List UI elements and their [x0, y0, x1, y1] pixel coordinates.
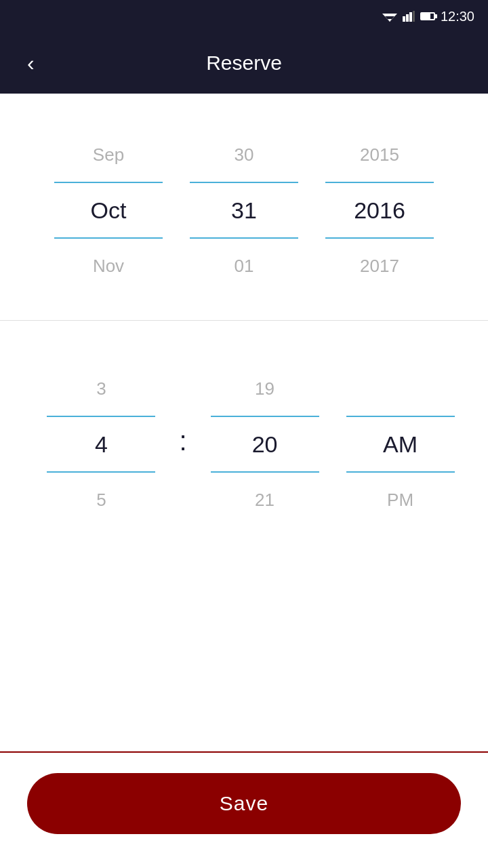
status-bar: 12:30: [0, 0, 488, 33]
active-hour[interactable]: 4: [26, 417, 176, 471]
active-month[interactable]: Oct: [41, 183, 176, 237]
prev-month[interactable]: Sep: [41, 127, 176, 182]
next-hour[interactable]: 5: [26, 473, 176, 527]
next-month[interactable]: Nov: [41, 239, 176, 293]
time-picker[interactable]: 3 4 5 : 19 20 21 AM PM: [0, 321, 488, 554]
date-picker-columns: Sep Oct Nov 30 31 01 2015 2016 2017: [41, 127, 447, 293]
svg-rect-5: [409, 12, 412, 22]
wifi-icon: [382, 11, 397, 22]
time-picker-columns: 3 4 5 : 19 20 21 AM PM: [26, 361, 461, 527]
status-time: 12:30: [441, 9, 474, 24]
date-picker[interactable]: Sep Oct Nov 30 31 01 2015 2016 2017: [0, 94, 488, 320]
prev-minute[interactable]: 19: [190, 361, 340, 416]
signal-icon: [403, 11, 415, 22]
next-year[interactable]: 2017: [312, 239, 447, 293]
back-button[interactable]: ‹: [20, 45, 41, 81]
prev-year[interactable]: 2015: [312, 127, 447, 182]
month-column[interactable]: Sep Oct Nov: [41, 127, 176, 293]
header: ‹ Reserve: [0, 33, 488, 94]
minute-column[interactable]: 19 20 21: [190, 361, 340, 527]
next-period[interactable]: PM: [340, 473, 462, 527]
main-content: Sep Oct Nov 30 31 01 2015 2016 2017: [0, 94, 488, 868]
prev-day[interactable]: 30: [176, 127, 312, 182]
save-section: Save: [0, 753, 488, 868]
save-button[interactable]: Save: [27, 773, 461, 834]
next-minute[interactable]: 21: [190, 473, 340, 527]
active-year[interactable]: 2016: [312, 183, 447, 237]
active-period[interactable]: AM: [340, 417, 462, 471]
ampm-column[interactable]: AM PM: [340, 361, 462, 527]
hour-column[interactable]: 3 4 5: [26, 361, 176, 527]
svg-rect-6: [413, 11, 415, 22]
day-column[interactable]: 30 31 01: [176, 127, 312, 293]
svg-marker-2: [388, 19, 392, 22]
year-column[interactable]: 2015 2016 2017: [312, 127, 447, 293]
page-title: Reserve: [206, 52, 282, 75]
active-minute[interactable]: 20: [190, 417, 340, 471]
status-icons: 12:30: [382, 9, 474, 24]
prev-hour[interactable]: 3: [26, 361, 176, 416]
active-day[interactable]: 31: [176, 183, 312, 237]
svg-rect-4: [406, 14, 409, 22]
svg-rect-3: [403, 16, 405, 22]
next-day[interactable]: 01: [176, 239, 312, 293]
time-separator: :: [176, 426, 190, 463]
battery-icon: [420, 12, 435, 20]
